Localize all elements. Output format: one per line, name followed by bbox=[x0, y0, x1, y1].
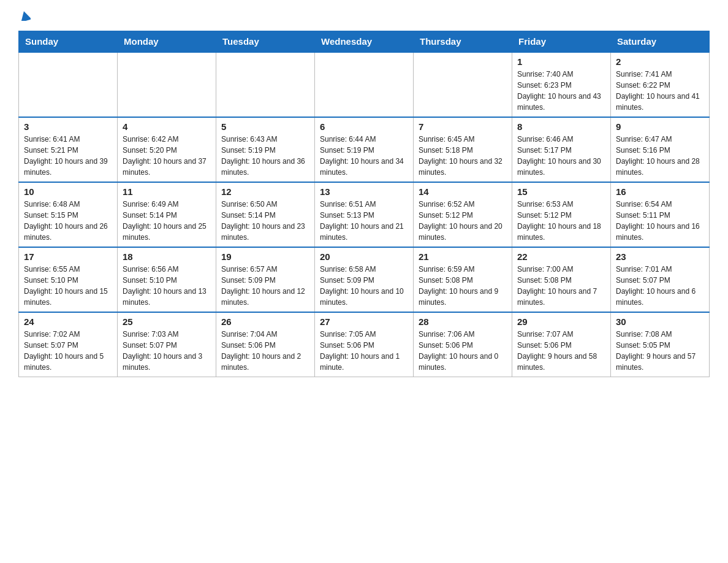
day-number: 21 bbox=[419, 251, 507, 262]
calendar-cell: 8Sunrise: 6:46 AM Sunset: 5:17 PM Daylig… bbox=[512, 117, 611, 182]
day-number: 20 bbox=[320, 251, 408, 262]
calendar-cell: 21Sunrise: 6:59 AM Sunset: 5:08 PM Dayli… bbox=[414, 247, 512, 312]
day-number: 22 bbox=[517, 251, 605, 262]
day-number: 15 bbox=[517, 186, 605, 197]
calendar-cell bbox=[19, 52, 118, 117]
day-number: 10 bbox=[24, 186, 112, 197]
day-number: 24 bbox=[24, 316, 112, 327]
calendar-cell: 26Sunrise: 7:04 AM Sunset: 5:06 PM Dayli… bbox=[216, 312, 315, 377]
day-info: Sunrise: 6:52 AM Sunset: 5:12 PM Dayligh… bbox=[419, 199, 507, 243]
calendar-week-row: 10Sunrise: 6:48 AM Sunset: 5:15 PM Dayli… bbox=[19, 182, 710, 247]
calendar-cell: 2Sunrise: 7:41 AM Sunset: 6:22 PM Daylig… bbox=[611, 52, 710, 117]
day-info: Sunrise: 6:43 AM Sunset: 5:19 PM Dayligh… bbox=[221, 134, 309, 178]
day-number: 16 bbox=[616, 186, 704, 197]
calendar-header: Sunday Monday Tuesday Wednesday Thursday… bbox=[19, 31, 710, 53]
calendar-cell: 28Sunrise: 7:06 AM Sunset: 5:06 PM Dayli… bbox=[414, 312, 512, 377]
calendar-cell: 3Sunrise: 6:41 AM Sunset: 5:21 PM Daylig… bbox=[19, 117, 118, 182]
header-sunday: Sunday bbox=[19, 31, 118, 53]
day-info: Sunrise: 7:40 AM Sunset: 6:23 PM Dayligh… bbox=[517, 69, 605, 113]
day-number: 29 bbox=[517, 316, 605, 327]
calendar-cell: 1Sunrise: 7:40 AM Sunset: 6:23 PM Daylig… bbox=[512, 52, 611, 117]
page-header bbox=[18, 12, 710, 25]
calendar-cell: 15Sunrise: 6:53 AM Sunset: 5:12 PM Dayli… bbox=[512, 182, 611, 247]
logo-triangle-icon bbox=[20, 11, 31, 23]
day-number: 14 bbox=[419, 186, 507, 197]
day-number: 9 bbox=[616, 121, 704, 132]
day-info: Sunrise: 6:46 AM Sunset: 5:17 PM Dayligh… bbox=[517, 134, 605, 178]
calendar-cell bbox=[414, 52, 512, 117]
day-info: Sunrise: 6:49 AM Sunset: 5:14 PM Dayligh… bbox=[123, 199, 211, 243]
day-number: 12 bbox=[221, 186, 309, 197]
day-info: Sunrise: 7:00 AM Sunset: 5:08 PM Dayligh… bbox=[517, 264, 605, 308]
day-info: Sunrise: 6:48 AM Sunset: 5:15 PM Dayligh… bbox=[24, 199, 112, 243]
day-number: 11 bbox=[123, 186, 211, 197]
day-info: Sunrise: 7:01 AM Sunset: 5:07 PM Dayligh… bbox=[616, 264, 704, 308]
day-number: 27 bbox=[320, 316, 408, 327]
header-monday: Monday bbox=[118, 31, 216, 53]
day-number: 28 bbox=[419, 316, 507, 327]
day-info: Sunrise: 6:50 AM Sunset: 5:14 PM Dayligh… bbox=[221, 199, 309, 243]
calendar-cell: 6Sunrise: 6:44 AM Sunset: 5:19 PM Daylig… bbox=[315, 117, 414, 182]
calendar-table: Sunday Monday Tuesday Wednesday Thursday… bbox=[18, 31, 710, 377]
header-friday: Friday bbox=[512, 31, 611, 53]
calendar-cell: 4Sunrise: 6:42 AM Sunset: 5:20 PM Daylig… bbox=[118, 117, 216, 182]
day-info: Sunrise: 6:47 AM Sunset: 5:16 PM Dayligh… bbox=[616, 134, 704, 178]
calendar-cell bbox=[315, 52, 414, 117]
calendar-cell: 5Sunrise: 6:43 AM Sunset: 5:19 PM Daylig… bbox=[216, 117, 315, 182]
day-info: Sunrise: 7:07 AM Sunset: 5:06 PM Dayligh… bbox=[517, 329, 605, 373]
day-number: 6 bbox=[320, 121, 408, 132]
calendar-cell: 27Sunrise: 7:05 AM Sunset: 5:06 PM Dayli… bbox=[315, 312, 414, 377]
calendar-cell: 20Sunrise: 6:58 AM Sunset: 5:09 PM Dayli… bbox=[315, 247, 414, 312]
day-number: 13 bbox=[320, 186, 408, 197]
calendar-cell bbox=[118, 52, 216, 117]
calendar-cell: 13Sunrise: 6:51 AM Sunset: 5:13 PM Dayli… bbox=[315, 182, 414, 247]
day-info: Sunrise: 6:54 AM Sunset: 5:11 PM Dayligh… bbox=[616, 199, 704, 243]
day-number: 17 bbox=[24, 251, 112, 262]
day-info: Sunrise: 6:58 AM Sunset: 5:09 PM Dayligh… bbox=[320, 264, 408, 308]
calendar-week-row: 1Sunrise: 7:40 AM Sunset: 6:23 PM Daylig… bbox=[19, 52, 710, 117]
calendar-week-row: 24Sunrise: 7:02 AM Sunset: 5:07 PM Dayli… bbox=[19, 312, 710, 377]
day-info: Sunrise: 7:03 AM Sunset: 5:07 PM Dayligh… bbox=[123, 329, 211, 373]
day-number: 4 bbox=[123, 121, 211, 132]
day-info: Sunrise: 6:53 AM Sunset: 5:12 PM Dayligh… bbox=[517, 199, 605, 243]
day-info: Sunrise: 6:45 AM Sunset: 5:18 PM Dayligh… bbox=[419, 134, 507, 178]
day-info: Sunrise: 7:04 AM Sunset: 5:06 PM Dayligh… bbox=[221, 329, 309, 373]
day-number: 30 bbox=[616, 316, 704, 327]
day-info: Sunrise: 6:41 AM Sunset: 5:21 PM Dayligh… bbox=[24, 134, 112, 178]
calendar-cell: 23Sunrise: 7:01 AM Sunset: 5:07 PM Dayli… bbox=[611, 247, 710, 312]
header-thursday: Thursday bbox=[414, 31, 512, 53]
day-number: 3 bbox=[24, 121, 112, 132]
calendar-cell: 12Sunrise: 6:50 AM Sunset: 5:14 PM Dayli… bbox=[216, 182, 315, 247]
calendar-cell: 25Sunrise: 7:03 AM Sunset: 5:07 PM Dayli… bbox=[118, 312, 216, 377]
day-info: Sunrise: 7:41 AM Sunset: 6:22 PM Dayligh… bbox=[616, 69, 704, 113]
calendar-cell: 11Sunrise: 6:49 AM Sunset: 5:14 PM Dayli… bbox=[118, 182, 216, 247]
day-number: 7 bbox=[419, 121, 507, 132]
calendar-week-row: 17Sunrise: 6:55 AM Sunset: 5:10 PM Dayli… bbox=[19, 247, 710, 312]
day-info: Sunrise: 6:51 AM Sunset: 5:13 PM Dayligh… bbox=[320, 199, 408, 243]
calendar-cell: 19Sunrise: 6:57 AM Sunset: 5:09 PM Dayli… bbox=[216, 247, 315, 312]
calendar-cell: 7Sunrise: 6:45 AM Sunset: 5:18 PM Daylig… bbox=[414, 117, 512, 182]
calendar-week-row: 3Sunrise: 6:41 AM Sunset: 5:21 PM Daylig… bbox=[19, 117, 710, 182]
day-number: 19 bbox=[221, 251, 309, 262]
calendar-cell: 17Sunrise: 6:55 AM Sunset: 5:10 PM Dayli… bbox=[19, 247, 118, 312]
day-info: Sunrise: 7:05 AM Sunset: 5:06 PM Dayligh… bbox=[320, 329, 408, 373]
header-tuesday: Tuesday bbox=[216, 31, 315, 53]
calendar-cell: 24Sunrise: 7:02 AM Sunset: 5:07 PM Dayli… bbox=[19, 312, 118, 377]
calendar-cell: 16Sunrise: 6:54 AM Sunset: 5:11 PM Dayli… bbox=[611, 182, 710, 247]
calendar-cell: 18Sunrise: 6:56 AM Sunset: 5:10 PM Dayli… bbox=[118, 247, 216, 312]
day-info: Sunrise: 7:08 AM Sunset: 5:05 PM Dayligh… bbox=[616, 329, 704, 373]
calendar-body: 1Sunrise: 7:40 AM Sunset: 6:23 PM Daylig… bbox=[19, 52, 710, 377]
calendar-cell: 30Sunrise: 7:08 AM Sunset: 5:05 PM Dayli… bbox=[611, 312, 710, 377]
day-number: 2 bbox=[616, 56, 704, 67]
day-number: 5 bbox=[221, 121, 309, 132]
day-info: Sunrise: 6:42 AM Sunset: 5:20 PM Dayligh… bbox=[123, 134, 211, 178]
logo bbox=[18, 12, 31, 25]
calendar-cell: 29Sunrise: 7:07 AM Sunset: 5:06 PM Dayli… bbox=[512, 312, 611, 377]
day-info: Sunrise: 7:02 AM Sunset: 5:07 PM Dayligh… bbox=[24, 329, 112, 373]
day-info: Sunrise: 6:57 AM Sunset: 5:09 PM Dayligh… bbox=[221, 264, 309, 308]
day-number: 1 bbox=[517, 56, 605, 67]
calendar-cell: 10Sunrise: 6:48 AM Sunset: 5:15 PM Dayli… bbox=[19, 182, 118, 247]
day-number: 26 bbox=[221, 316, 309, 327]
day-info: Sunrise: 6:56 AM Sunset: 5:10 PM Dayligh… bbox=[123, 264, 211, 308]
svg-marker-0 bbox=[20, 11, 31, 21]
